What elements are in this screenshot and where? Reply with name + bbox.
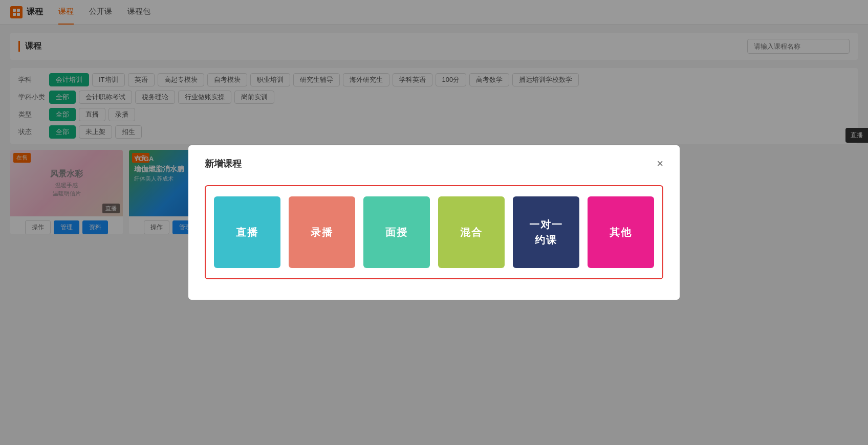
course-type-face-label: 面授 bbox=[385, 226, 408, 239]
course-type-recorded[interactable]: 录播 bbox=[289, 196, 355, 242]
course-type-live-label: 直播 bbox=[236, 226, 258, 239]
course-type-one-on-one-label: 一对一约课 bbox=[529, 217, 563, 242]
modal-header: 新增课程 × bbox=[205, 158, 663, 170]
course-types: 直播 录播 面授 混合 一对一约课 其他 bbox=[214, 196, 654, 242]
modal-title: 新增课程 bbox=[205, 158, 242, 170]
modal-close-button[interactable]: × bbox=[657, 158, 663, 169]
course-type-one-on-one[interactable]: 一对一约课 bbox=[513, 196, 579, 242]
modal-overlay[interactable]: 新增课程 × 直播 录播 面授 混合 一对一约课 bbox=[0, 0, 868, 242]
course-type-face[interactable]: 面授 bbox=[363, 196, 430, 242]
course-type-other-label: 其他 bbox=[610, 226, 632, 239]
course-type-mixed[interactable]: 混合 bbox=[438, 196, 505, 242]
course-type-live[interactable]: 直播 bbox=[214, 196, 280, 242]
course-type-other[interactable]: 其他 bbox=[588, 196, 654, 242]
course-type-recorded-label: 录播 bbox=[311, 226, 333, 239]
modal-dialog: 新增课程 × 直播 录播 面授 混合 一对一约课 bbox=[188, 145, 680, 242]
modal-body: 直播 录播 面授 混合 一对一约课 其他 bbox=[205, 185, 663, 242]
course-type-mixed-label: 混合 bbox=[460, 226, 483, 239]
